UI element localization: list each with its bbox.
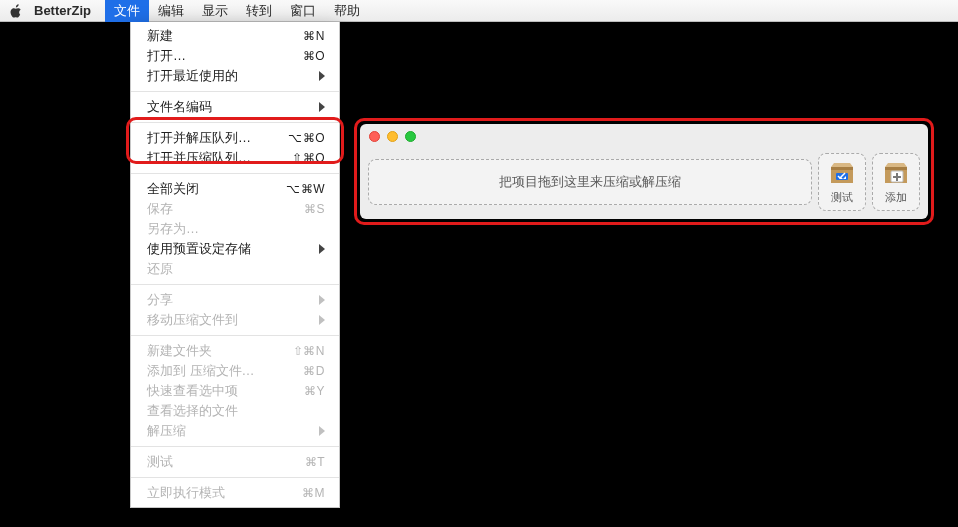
window-body: 把项目拖到这里来压缩或解压缩 测试 — [360, 124, 928, 219]
menu-item-5-3: 查看选择的文件 — [131, 401, 339, 421]
menu-item-2-0[interactable]: 打开并解压队列…⌥⌘O — [131, 128, 339, 148]
submenu-arrow-icon — [319, 102, 325, 112]
menu-view[interactable]: 显示 — [193, 0, 237, 22]
test-button[interactable]: 测试 — [818, 153, 866, 211]
menu-item-shortcut: ⌥⌘W — [286, 182, 325, 196]
menu-item-label: 文件名编码 — [147, 98, 309, 116]
menu-item-3-0[interactable]: 全部关闭⌥⌘W — [131, 179, 339, 199]
menu-item-5-0: 新建文件夹⇧⌘N — [131, 341, 339, 361]
menu-separator — [131, 477, 339, 478]
menu-item-label: 快速查看选中项 — [147, 382, 294, 400]
submenu-arrow-icon — [319, 426, 325, 436]
app-name[interactable]: BetterZip — [34, 3, 91, 18]
menu-item-shortcut: ⇧⌘N — [293, 344, 325, 358]
menu-separator — [131, 446, 339, 447]
menu-separator — [131, 335, 339, 336]
menu-item-label: 打开最近使用的 — [147, 67, 309, 85]
menu-item-label: 添加到 压缩文件… — [147, 362, 293, 380]
menu-item-label: 使用预置设定存储 — [147, 240, 309, 258]
menu-item-label: 打开并压缩队列… — [147, 149, 282, 167]
add-label: 添加 — [885, 190, 907, 205]
menu-file[interactable]: 文件 — [105, 0, 149, 22]
menu-separator — [131, 284, 339, 285]
test-icon — [828, 159, 856, 187]
menu-item-shortcut: ⇧⌘O — [292, 151, 325, 165]
menu-item-0-0[interactable]: 新建⌘N — [131, 26, 339, 46]
menu-item-label: 另存为… — [147, 220, 325, 238]
submenu-arrow-icon — [319, 71, 325, 81]
menu-item-label: 移动压缩文件到 — [147, 311, 309, 329]
menu-separator — [131, 91, 339, 92]
submenu-arrow-icon — [319, 315, 325, 325]
minimize-button[interactable] — [387, 131, 398, 142]
menu-item-label: 全部关闭 — [147, 180, 276, 198]
apple-icon — [10, 4, 22, 18]
menu-item-shortcut: ⌘N — [303, 29, 325, 43]
menu-item-3-2: 另存为… — [131, 219, 339, 239]
menu-item-5-1: 添加到 压缩文件…⌘D — [131, 361, 339, 381]
menu-item-5-4: 解压缩 — [131, 421, 339, 441]
menu-item-label: 还原 — [147, 260, 325, 278]
menu-item-shortcut: ⌘M — [302, 486, 325, 500]
menu-item-5-2: 快速查看选中项⌘Y — [131, 381, 339, 401]
apple-menu[interactable] — [8, 4, 24, 18]
menu-item-shortcut: ⌘S — [304, 202, 325, 216]
menu-separator — [131, 122, 339, 123]
menu-item-0-2[interactable]: 打开最近使用的 — [131, 66, 339, 86]
menu-item-0-1[interactable]: 打开…⌘O — [131, 46, 339, 66]
menu-item-4-0: 分享 — [131, 290, 339, 310]
dropzone-text: 把项目拖到这里来压缩或解压缩 — [499, 173, 681, 191]
menu-item-shortcut: ⌘Y — [304, 384, 325, 398]
test-label: 测试 — [831, 190, 853, 205]
dropzone[interactable]: 把项目拖到这里来压缩或解压缩 — [368, 159, 812, 205]
menu-item-label: 立即执行模式 — [147, 484, 292, 502]
menu-edit[interactable]: 编辑 — [149, 0, 193, 22]
menu-item-label: 查看选择的文件 — [147, 402, 325, 420]
menu-item-label: 打开… — [147, 47, 293, 65]
menu-item-3-4: 还原 — [131, 259, 339, 279]
menu-separator — [131, 173, 339, 174]
menu-item-shortcut: ⌘O — [303, 49, 325, 63]
zoom-button[interactable] — [405, 131, 416, 142]
menu-item-shortcut: ⌘T — [305, 455, 325, 469]
app-window: 把项目拖到这里来压缩或解压缩 测试 — [360, 124, 928, 219]
menu-item-label: 保存 — [147, 200, 294, 218]
menu-item-4-1: 移动压缩文件到 — [131, 310, 339, 330]
menu-item-7-0: 立即执行模式⌘M — [131, 483, 339, 503]
file-dropdown: 新建⌘N打开…⌘O打开最近使用的文件名编码打开并解压队列…⌥⌘O打开并压缩队列…… — [130, 22, 340, 508]
menu-item-label: 测试 — [147, 453, 295, 471]
menu-item-shortcut: ⌘D — [303, 364, 325, 378]
menu-item-6-0: 测试⌘T — [131, 452, 339, 472]
menu-item-3-1: 保存⌘S — [131, 199, 339, 219]
menu-item-2-1[interactable]: 打开并压缩队列…⇧⌘O — [131, 148, 339, 168]
menu-item-shortcut: ⌥⌘O — [288, 131, 325, 145]
menu-window[interactable]: 窗口 — [281, 0, 325, 22]
traffic-lights — [369, 131, 416, 142]
menubar: BetterZip 文件 编辑 显示 转到 窗口 帮助 — [0, 0, 958, 22]
add-icon — [882, 159, 910, 187]
menu-help[interactable]: 帮助 — [325, 0, 369, 22]
menu-item-3-3[interactable]: 使用预置设定存储 — [131, 239, 339, 259]
add-button[interactable]: 添加 — [872, 153, 920, 211]
submenu-arrow-icon — [319, 295, 325, 305]
menu-item-label: 打开并解压队列… — [147, 129, 278, 147]
menu-item-label: 分享 — [147, 291, 309, 309]
menu-item-label: 新建 — [147, 27, 293, 45]
menu-item-label: 新建文件夹 — [147, 342, 283, 360]
menu-go[interactable]: 转到 — [237, 0, 281, 22]
menu-item-label: 解压缩 — [147, 422, 309, 440]
close-button[interactable] — [369, 131, 380, 142]
submenu-arrow-icon — [319, 244, 325, 254]
menu-item-1-0[interactable]: 文件名编码 — [131, 97, 339, 117]
